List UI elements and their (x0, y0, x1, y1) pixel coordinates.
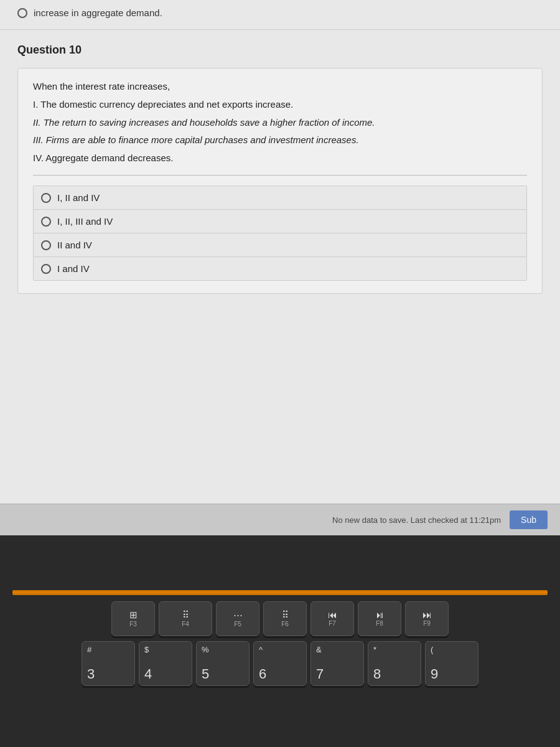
key-f9[interactable]: ⏭ F9 (405, 601, 449, 636)
radio-opt1 (41, 193, 51, 203)
key-4[interactable]: $ 4 (139, 641, 192, 686)
option-4-label: I and IV (57, 263, 90, 274)
fn-key-row: ⊞ F3 ⠿ F4 ⋯ F5 ⠿ F6 ⏮ F7 ⏯ F8 ⏭ F9 (12, 601, 548, 636)
status-text: No new data to save. Last checked at 11:… (332, 515, 501, 525)
previous-answer-row: increase in aggregate demand. (0, 0, 560, 30)
status-bar: No new data to save. Last checked at 11:… (0, 504, 560, 535)
key-9[interactable]: ( 9 (425, 641, 478, 686)
key-f3[interactable]: ⊞ F3 (111, 601, 155, 636)
option-1[interactable]: I, II and IV (34, 186, 526, 210)
previous-answer-text: increase in aggregate demand. (34, 7, 162, 18)
key-f7[interactable]: ⏮ F7 (310, 601, 354, 636)
num-key-row: # 3 $ 4 % 5 ^ 6 & 7 * 8 ( 9 (12, 641, 548, 686)
keyboard: ⊞ F3 ⠿ F4 ⋯ F5 ⠿ F6 ⏮ F7 ⏯ F8 ⏭ F9 # (0, 535, 560, 747)
key-3[interactable]: # 3 (82, 641, 135, 686)
question-section: Question 10 When the interest rate incre… (0, 30, 560, 294)
keyboard-stripe (12, 590, 548, 595)
option-3[interactable]: II and IV (34, 233, 526, 257)
key-5[interactable]: % 5 (196, 641, 250, 686)
option-2[interactable]: I, II, III and IV (34, 210, 526, 233)
question-intro: When the interest rate increases, (33, 81, 527, 92)
key-8[interactable]: * 8 (368, 641, 421, 686)
key-f6[interactable]: ⠿ F6 (263, 601, 307, 636)
statement-II: II. The return to saving increases and h… (33, 116, 527, 130)
statement-IV: IV. Aggregate demand decreases. (33, 151, 527, 166)
option-4[interactable]: I and IV (34, 257, 526, 280)
option-3-label: II and IV (57, 240, 92, 250)
radio-opt3 (41, 240, 51, 250)
statement-III: III. Firms are able to finance more capi… (33, 133, 527, 148)
radio-opt4 (41, 264, 51, 274)
question-body: When the interest rate increases, I. The… (17, 68, 543, 294)
submit-button[interactable]: Sub (510, 510, 548, 529)
question-title: Question 10 (17, 44, 543, 57)
radio-icon (17, 8, 27, 18)
option-1-label: I, II and IV (57, 192, 100, 203)
option-2-label: I, II, III and IV (57, 216, 113, 227)
key-7[interactable]: & 7 (310, 641, 364, 686)
statement-I: I. The domestic currency depreciates and… (33, 98, 527, 112)
options-list: I, II and IV I, II, III and IV II and IV… (33, 186, 527, 281)
divider (33, 175, 527, 176)
key-6[interactable]: ^ 6 (253, 641, 307, 686)
key-f4[interactable]: ⠿ F4 (159, 601, 212, 636)
key-f5[interactable]: ⋯ F5 (216, 601, 259, 636)
radio-opt2 (41, 217, 51, 227)
key-f8[interactable]: ⏯ F8 (358, 601, 401, 636)
